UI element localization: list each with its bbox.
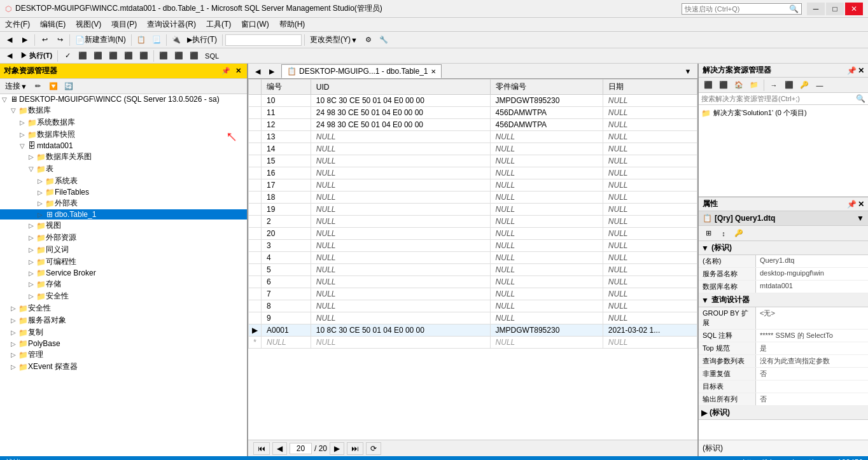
- tree-toggle[interactable]: ▷: [9, 351, 18, 358]
- tree-item-ext-tables[interactable]: ▷📁外部表: [0, 197, 247, 209]
- menu-item-v[interactable]: 视图(V): [71, 18, 106, 31]
- cell-id[interactable]: 6: [262, 276, 311, 288]
- se-btn1[interactable]: ⬛: [701, 78, 715, 92]
- cell-part[interactable]: NULL: [490, 155, 603, 167]
- cell-uid[interactable]: 10 8C 30 CE 50 01 04 E0 00 00: [311, 324, 490, 337]
- cell-id[interactable]: 10: [262, 95, 311, 107]
- se-key-btn[interactable]: 🔑: [797, 78, 811, 92]
- cell-date[interactable]: NULL: [603, 204, 697, 216]
- sub-btn-3[interactable]: ⬛: [76, 49, 90, 63]
- sub-btn-10[interactable]: ⬛: [187, 49, 201, 63]
- cell-uid[interactable]: NULL: [311, 192, 490, 204]
- tree-toggle[interactable]: ▷: [9, 317, 18, 324]
- toolbar-forward[interactable]: ▶: [18, 33, 32, 47]
- cell-id[interactable]: A0001: [262, 324, 311, 337]
- database-dropdown[interactable]: [225, 34, 302, 46]
- cell-uid[interactable]: NULL: [311, 204, 490, 216]
- prop-sort-btn[interactable]: ↕: [717, 227, 731, 240]
- tree-toggle[interactable]: ▷: [36, 211, 45, 218]
- cell-date[interactable]: NULL: [603, 288, 697, 300]
- cell-part[interactable]: NULL: [490, 240, 603, 252]
- cell-uid[interactable]: NULL: [311, 252, 490, 264]
- tree-toggle[interactable]: ▷: [27, 293, 36, 300]
- toolbar-redo[interactable]: ↪: [53, 33, 67, 47]
- tree-item-xevent[interactable]: ▷📁XEvent 探查器: [0, 361, 247, 373]
- cell-uid[interactable]: NULL: [311, 179, 490, 192]
- cell-id[interactable]: 12: [262, 119, 311, 131]
- cell-id[interactable]: 5: [262, 264, 311, 276]
- tree-toggle[interactable]: ▷: [27, 153, 36, 160]
- cell-uid[interactable]: NULL: [311, 300, 490, 312]
- cell-id[interactable]: 3: [262, 240, 311, 252]
- table-row[interactable]: 13NULLNULLNULL: [249, 131, 697, 143]
- tree-toggle[interactable]: ▷: [27, 270, 36, 277]
- tree-item-views[interactable]: ▷📁视图: [0, 220, 247, 232]
- tab-close-button[interactable]: ✕: [431, 68, 436, 75]
- cell-part[interactable]: NULL: [490, 300, 603, 312]
- cell-date[interactable]: NULL: [603, 167, 697, 179]
- toolbar-paste[interactable]: 📃: [150, 33, 164, 47]
- table-row[interactable]: 20NULLNULLNULL: [249, 228, 697, 240]
- page-first-button[interactable]: ⏮: [253, 442, 270, 455]
- sub-btn-7[interactable]: ⬛: [137, 49, 151, 63]
- tree-toggle[interactable]: ▷: [36, 178, 45, 185]
- sub-btn-8[interactable]: ⬛: [157, 49, 171, 63]
- prop-value-cell[interactable]: [756, 380, 868, 393]
- cell-uid[interactable]: NULL: [311, 288, 490, 300]
- cell-date[interactable]: 2021-03-02 1...: [603, 324, 697, 337]
- cell-id[interactable]: 14: [262, 143, 311, 155]
- cell-date[interactable]: NULL: [603, 155, 697, 167]
- cell-part[interactable]: NULL: [490, 337, 603, 349]
- sub-btn-5[interactable]: ⬛: [106, 49, 120, 63]
- table-row[interactable]: 1224 98 30 CE 50 01 04 E0 00 00456DAMWTP…: [249, 119, 697, 131]
- oe-pin-icon[interactable]: 📌: [220, 67, 232, 75]
- cell-part[interactable]: NULL: [490, 228, 603, 240]
- tree-item-replication[interactable]: ▷📁复制: [0, 326, 247, 338]
- cell-date[interactable]: NULL: [603, 107, 697, 119]
- tree-toggle[interactable]: ▷: [9, 363, 18, 370]
- tree-item-dbo-table1[interactable]: ▷⊞dbo.Table_1: [0, 209, 247, 220]
- cell-uid[interactable]: NULL: [311, 143, 490, 155]
- prop-value-cell[interactable]: 是: [756, 342, 868, 354]
- cell-date[interactable]: NULL: [603, 228, 697, 240]
- prop-section-header-0[interactable]: ▼ (标识): [699, 241, 868, 255]
- tree-item-synonyms[interactable]: ▷📁同义词: [0, 244, 247, 256]
- cell-id[interactable]: 9: [262, 312, 311, 324]
- tree-item-databases[interactable]: ▽📁数据库: [0, 104, 247, 116]
- tree-toggle[interactable]: ▷: [27, 281, 36, 288]
- table-row[interactable]: 4NULLNULLNULL: [249, 252, 697, 264]
- prop-value-cell[interactable]: 没有为此查询指定参数: [756, 355, 868, 367]
- cell-id[interactable]: 19: [262, 204, 311, 216]
- cell-part[interactable]: NULL: [490, 276, 603, 288]
- oe-new-query[interactable]: ✏: [31, 80, 45, 94]
- prop-close-icon[interactable]: ✕: [858, 200, 864, 209]
- cell-part[interactable]: NULL: [490, 143, 603, 155]
- toolbar-back[interactable]: ◀: [3, 33, 17, 47]
- sub-btn-6[interactable]: ⬛: [122, 49, 136, 63]
- tree-toggle[interactable]: ▷: [9, 305, 18, 312]
- table-row[interactable]: 2NULLNULLNULL: [249, 216, 697, 228]
- tab-scroll-right[interactable]: ▶: [265, 64, 279, 78]
- se-btn2[interactable]: ⬛: [717, 78, 731, 92]
- solution-item[interactable]: 📁 解决方案'Solution1' (0 个项目): [701, 108, 865, 118]
- cell-part[interactable]: NULL: [490, 216, 603, 228]
- se-extra1[interactable]: →: [767, 78, 781, 92]
- cell-uid[interactable]: NULL: [311, 276, 490, 288]
- table-row[interactable]: 18NULLNULLNULL: [249, 192, 697, 204]
- cell-uid[interactable]: NULL: [311, 312, 490, 324]
- cell-id[interactable]: 18: [262, 192, 311, 204]
- tree-item-db-snapshot[interactable]: ▷📁数据库快照: [0, 129, 247, 141]
- tree-item-management[interactable]: ▷📁管理: [0, 349, 247, 361]
- table-row[interactable]: 9NULLNULLNULL: [249, 312, 697, 324]
- tree-item-security2[interactable]: ▷📁安全性: [0, 290, 247, 302]
- prop-grid-btn[interactable]: ⊞: [701, 227, 715, 240]
- col-date[interactable]: 日期: [603, 80, 697, 95]
- cell-id[interactable]: 4: [262, 252, 311, 264]
- table-row[interactable]: 1124 98 30 CE 50 01 04 E0 00 00456DAMWTP…: [249, 107, 697, 119]
- cell-part[interactable]: NULL: [490, 264, 603, 276]
- tree-toggle[interactable]: ▽: [0, 96, 9, 103]
- change-type-button[interactable]: 更改类型(Y) ▼: [307, 33, 360, 47]
- cell-part[interactable]: NULL: [490, 131, 603, 143]
- prop-value-cell[interactable]: <无>: [756, 307, 868, 329]
- cell-date[interactable]: NULL: [603, 143, 697, 155]
